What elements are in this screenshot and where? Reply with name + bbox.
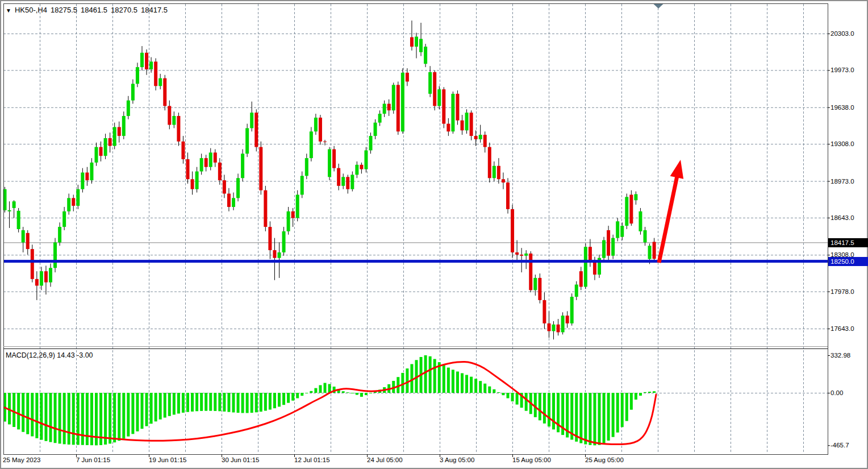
candle-body	[415, 36, 418, 47]
candle-body	[67, 198, 70, 211]
macd-histogram-bar	[49, 393, 52, 442]
candle-body	[200, 158, 203, 171]
candle-body	[131, 84, 135, 100]
macd-axis-label: 0.00	[831, 389, 843, 397]
macd-histogram-bar	[589, 393, 591, 445]
candle-body	[511, 209, 514, 252]
trend-arrow-head[interactable]	[670, 160, 683, 179]
candle-body	[419, 39, 423, 52]
macd-histogram-bar	[72, 393, 75, 445]
macd-histogram-bar	[127, 393, 130, 437]
macd-histogram-bar	[644, 392, 646, 393]
macd-histogram-bar	[291, 393, 294, 401]
macd-histogram-bar	[443, 365, 445, 393]
macd-histogram-bar	[598, 393, 601, 445]
candle-body	[49, 268, 52, 282]
time-axis-label: 19 Jun 01:15	[149, 456, 187, 463]
candle-body	[538, 278, 541, 300]
macd-histogram-bar	[328, 384, 331, 393]
macd-histogram-bar	[54, 393, 57, 443]
macd-histogram-bar	[118, 393, 120, 441]
support-hline-object[interactable]	[3, 260, 828, 263]
trend-arrow-shaft[interactable]	[659, 175, 677, 263]
candle-body	[154, 61, 157, 86]
chart-shift-marker-icon[interactable]	[654, 4, 663, 9]
macd-axis-label: -465.7	[831, 441, 849, 449]
candle-body	[273, 250, 276, 258]
macd-histogram-bar	[131, 393, 134, 434]
candle-body	[625, 197, 628, 226]
candle-body	[502, 179, 505, 182]
candle-body	[22, 230, 25, 242]
macd-histogram-bar	[86, 393, 89, 445]
candle-body	[437, 89, 441, 106]
candle-body	[341, 177, 345, 186]
chart-canvas[interactable]	[1, 1, 868, 469]
collapse-triangle-icon[interactable]: ▼	[6, 7, 11, 14]
macd-histogram-bar	[497, 392, 500, 393]
candle-body	[355, 165, 358, 175]
candle-body	[314, 118, 318, 131]
macd-axis-label: 332.98	[831, 351, 850, 359]
candle-body	[524, 254, 528, 256]
macd-histogram-bar	[260, 393, 262, 412]
candle-body	[81, 172, 84, 189]
candle-body	[428, 72, 432, 94]
macd-histogram-bar	[273, 393, 276, 408]
macd-histogram-bar	[630, 393, 633, 410]
macd-histogram-bar	[17, 393, 20, 429]
candle-body	[533, 278, 537, 290]
macd-histogram-bar	[607, 393, 610, 441]
candle-body	[163, 78, 166, 106]
macd-histogram-bar	[456, 372, 459, 393]
macd-histogram-bar	[429, 356, 432, 393]
price-axis-label: 19308.0	[831, 140, 854, 148]
candle-body	[291, 211, 295, 218]
macd-histogram-bar	[351, 393, 354, 393]
price-axis-label: 18308.0	[831, 251, 854, 259]
candle-body	[191, 179, 194, 189]
candle-body	[648, 246, 652, 259]
macd-histogram-bar	[173, 393, 176, 414]
macd-histogram-bar	[360, 393, 363, 397]
macd-histogram-bar	[452, 370, 454, 393]
candle-body	[31, 249, 34, 279]
candle-body	[474, 136, 478, 139]
macd-histogram-bar	[548, 393, 550, 426]
macd-histogram-bar	[232, 393, 235, 412]
candle-body	[629, 195, 633, 224]
macd-histogram-bar	[310, 391, 312, 393]
candle-body	[17, 211, 20, 229]
candle-body	[319, 118, 322, 142]
macd-histogram-bar	[269, 393, 272, 410]
candle-body	[364, 150, 368, 169]
candle-body	[547, 323, 550, 331]
macd-histogram-bar	[246, 393, 249, 413]
price-axis-label: 20303.0	[831, 30, 854, 38]
candle-body	[232, 198, 235, 207]
macd-histogram-bar	[406, 368, 408, 393]
time-axis-label: 25 May 2023	[3, 456, 41, 463]
candle-body	[446, 124, 450, 132]
candle-body	[44, 271, 48, 283]
macd-histogram-bar	[218, 393, 221, 411]
macd-histogram-bar	[205, 393, 207, 411]
macd-histogram-bar	[155, 393, 157, 421]
candle-body	[282, 231, 286, 252]
candle-body	[12, 201, 16, 208]
macd-histogram-bar	[177, 393, 180, 413]
candle-body	[406, 73, 409, 82]
candle-body	[328, 150, 331, 177]
macd-histogram-bar	[113, 393, 116, 442]
macd-histogram-bar	[502, 393, 504, 395]
candle-body	[493, 166, 496, 178]
time-axis-label: 12 Jul 01:15	[294, 456, 330, 463]
macd-histogram-bar	[31, 393, 34, 437]
candle-body	[99, 147, 103, 156]
macd-histogram-bar	[397, 377, 399, 393]
candle-body	[350, 175, 354, 189]
macd-histogram-bar	[59, 393, 61, 443]
macd-histogram-bar	[324, 383, 327, 393]
macd-histogram-bar	[287, 393, 290, 403]
macd-histogram-bar	[319, 385, 322, 393]
